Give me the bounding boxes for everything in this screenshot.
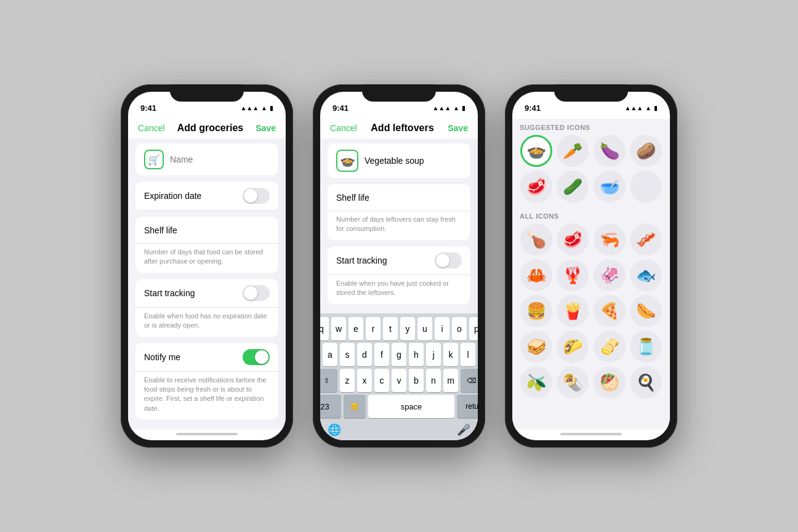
expiration-label: Expiration date	[144, 191, 243, 201]
notify-section: Notify me Enable to receive notification…	[135, 343, 278, 420]
shelf-life-desc: Number of days that food can be stored a…	[135, 244, 278, 273]
icon-cell-cucumber[interactable]: 🥒	[557, 171, 589, 203]
icon-cell-fries[interactable]: 🍟	[557, 295, 589, 327]
status-icons: ▲▲▲ ▲ ▮	[432, 105, 465, 111]
icon-cell-egg[interactable]: 🍳	[630, 366, 662, 398]
shelf-life-label: Shelf life	[144, 225, 270, 235]
key-g[interactable]: g	[392, 343, 406, 366]
key-e[interactable]: e	[349, 317, 363, 341]
key-t[interactable]: t	[383, 317, 398, 341]
wifi-icon: ▲	[645, 105, 651, 111]
icon-cell-shrimp[interactable]: 🦐	[594, 224, 626, 256]
key-c[interactable]: c	[374, 369, 389, 392]
cancel-button[interactable]: Cancel	[330, 123, 357, 133]
icon-cell-lobster[interactable]: 🦞	[557, 259, 589, 291]
icon-cell-olives[interactable]: 🫒	[520, 366, 552, 398]
key-123[interactable]: 123	[320, 395, 341, 418]
key-r[interactable]: r	[366, 317, 381, 341]
keyboard-row-2: a s d f g h j k l	[323, 343, 475, 366]
item-icon[interactable]: 🍲	[336, 150, 358, 172]
key-space[interactable]: space	[368, 395, 454, 418]
key-shift[interactable]: ⇧	[320, 369, 337, 392]
nav-title: Add leftovers	[371, 123, 433, 134]
key-a[interactable]: a	[323, 343, 337, 366]
icon-cell-chicken[interactable]: 🍗	[520, 224, 552, 256]
key-return[interactable]: return	[457, 395, 478, 418]
start-tracking-label: Start tracking	[144, 288, 243, 298]
key-w[interactable]: w	[331, 317, 346, 341]
key-j[interactable]: j	[426, 343, 441, 366]
key-v[interactable]: v	[392, 369, 406, 392]
key-x[interactable]: x	[357, 369, 372, 392]
status-icons: ▲▲▲ ▲ ▮	[624, 105, 658, 111]
nav-bar: Cancel Add leftovers Save	[320, 119, 478, 139]
icon-cell-squid[interactable]: 🦑	[594, 259, 626, 291]
start-tracking-row: Start tracking	[135, 279, 278, 308]
toggle-thumb	[244, 286, 257, 300]
signal-icon: ▲▲▲	[624, 105, 643, 111]
key-i[interactable]: i	[435, 317, 449, 341]
icon-cell-potato[interactable]: 🥔	[630, 135, 662, 167]
notify-toggle[interactable]	[243, 349, 270, 365]
phone-screen: 9:41 ▲▲▲ ▲ ▮ Cancel Add leftovers Save 🍲…	[320, 92, 478, 440]
icon-cell-empty[interactable]	[630, 171, 662, 203]
key-backspace[interactable]: ⌫	[461, 369, 478, 392]
icon-cell-steak[interactable]: 🥩	[557, 224, 589, 256]
icon-cell-jar[interactable]: 🫙	[630, 331, 662, 363]
icon-cell-burger[interactable]: 🍔	[520, 295, 552, 327]
key-l[interactable]: l	[461, 343, 475, 366]
icon-cell-bacon[interactable]: 🥓	[630, 224, 662, 256]
signal-icon: ▲▲▲	[432, 105, 451, 111]
cancel-button[interactable]: Cancel	[138, 123, 165, 133]
expiration-toggle[interactable]	[243, 188, 270, 204]
keyboard-bottom: 🌐 🎤	[323, 421, 475, 438]
key-b[interactable]: b	[409, 369, 424, 392]
key-p[interactable]: p	[469, 317, 478, 341]
status-icons: ▲▲▲ ▲ ▮	[240, 105, 273, 111]
icon-cell-taco[interactable]: 🌮	[557, 331, 589, 363]
start-tracking-desc: Enable when you have just cooked or stor…	[328, 275, 470, 304]
name-input[interactable]	[170, 155, 278, 164]
item-icon[interactable]: 🛒	[144, 150, 164, 169]
key-m[interactable]: m	[443, 369, 458, 392]
start-tracking-toggle[interactable]	[435, 252, 462, 268]
icon-cell-bowl[interactable]: 🥣	[594, 171, 626, 203]
icon-cell-meat[interactable]: 🥩	[520, 171, 552, 203]
key-s[interactable]: s	[340, 343, 355, 366]
key-y[interactable]: y	[400, 317, 415, 341]
key-k[interactable]: k	[443, 343, 458, 366]
microphone-icon[interactable]: 🎤	[457, 423, 470, 437]
key-h[interactable]: h	[409, 343, 424, 366]
save-button[interactable]: Save	[448, 123, 468, 133]
icon-cell-soup[interactable]: 🍲	[520, 135, 552, 167]
expiration-section: Expiration date	[135, 182, 278, 211]
notch	[362, 84, 436, 102]
key-z[interactable]: z	[340, 369, 355, 392]
key-emoji[interactable]: 😊	[344, 395, 366, 418]
icon-cell-wrap[interactable]: 🥙	[594, 366, 626, 398]
key-d[interactable]: d	[357, 343, 372, 366]
key-n[interactable]: n	[426, 369, 441, 392]
key-f[interactable]: f	[374, 343, 389, 366]
save-button[interactable]: Save	[256, 123, 276, 133]
start-tracking-toggle[interactable]	[243, 285, 270, 301]
item-name-row: 🍲 Vegetable soup	[328, 143, 470, 178]
icon-cell-eggplant[interactable]: 🍆	[594, 135, 626, 167]
icon-cell-crab[interactable]: 🦀	[520, 259, 552, 291]
icon-cell-hotdog[interactable]: 🌭	[630, 295, 662, 327]
shelf-life-desc: Number of days leftovers can stay fresh …	[328, 211, 470, 240]
phone-add-leftovers: 9:41 ▲▲▲ ▲ ▮ Cancel Add leftovers Save 🍲…	[313, 84, 485, 448]
globe-icon[interactable]: 🌐	[328, 423, 341, 437]
icon-cell-sandwich[interactable]: 🥪	[520, 331, 552, 363]
key-o[interactable]: o	[452, 317, 467, 341]
icon-cell-pizza[interactable]: 🍕	[594, 295, 626, 327]
start-tracking-section: Start tracking Enable when you have just…	[328, 246, 470, 304]
keyboard: q w e r t y u i o p a s d	[320, 313, 478, 440]
key-q[interactable]: q	[320, 317, 329, 341]
expiration-row: Expiration date	[135, 182, 278, 211]
icon-cell-fish[interactable]: 🐟	[630, 259, 662, 291]
key-u[interactable]: u	[417, 317, 432, 341]
icon-cell-carrot[interactable]: 🥕	[557, 135, 589, 167]
icon-cell-tamale[interactable]: 🫔	[594, 331, 626, 363]
icon-cell-burrito[interactable]: 🌯	[557, 366, 589, 398]
